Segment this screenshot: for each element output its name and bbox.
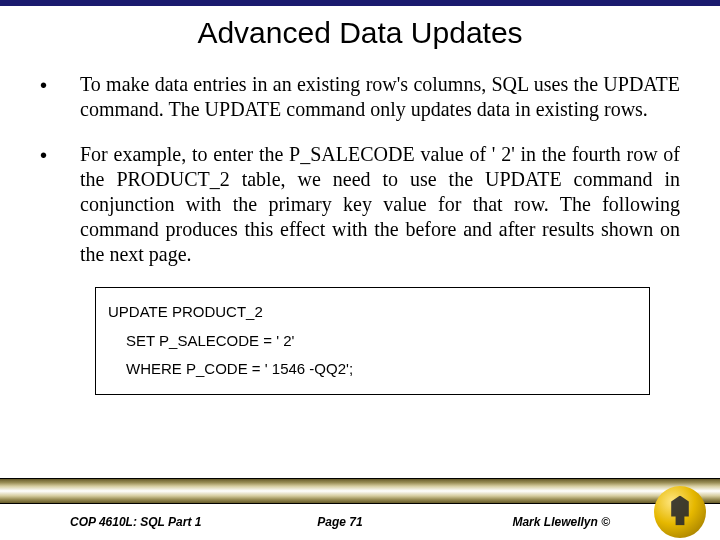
bullet-text: For example, to enter the P_SALECODE val… (80, 142, 680, 267)
footer-course: COP 4610L: SQL Part 1 (70, 515, 250, 529)
bullet-marker: • (40, 72, 80, 122)
slide-content: Advanced Data Updates • To make data ent… (0, 6, 720, 395)
footer-page: Page 71 (250, 515, 430, 529)
slide-title: Advanced Data Updates (40, 16, 680, 50)
code-line: UPDATE PRODUCT_2 (108, 298, 637, 327)
footer: COP 4610L: SQL Part 1 Page 71 Mark Llewe… (0, 478, 720, 540)
bullet-text: To make data entries in an existing row'… (80, 72, 680, 122)
bullet-marker: • (40, 142, 80, 267)
code-line: SET P_SALECODE = ' 2' (108, 327, 637, 356)
footer-row: COP 4610L: SQL Part 1 Page 71 Mark Llewe… (0, 506, 720, 538)
code-line: WHERE P_CODE = ' 1546 -QQ2'; (108, 355, 637, 384)
ucf-logo-icon (654, 486, 706, 538)
footer-author: Mark Llewellyn © (430, 515, 650, 529)
bullet-item: • To make data entries in an existing ro… (40, 72, 680, 122)
sql-code-box: UPDATE PRODUCT_2 SET P_SALECODE = ' 2' W… (95, 287, 650, 395)
footer-gradient-bar (0, 478, 720, 504)
bullet-item: • For example, to enter the P_SALECODE v… (40, 142, 680, 267)
